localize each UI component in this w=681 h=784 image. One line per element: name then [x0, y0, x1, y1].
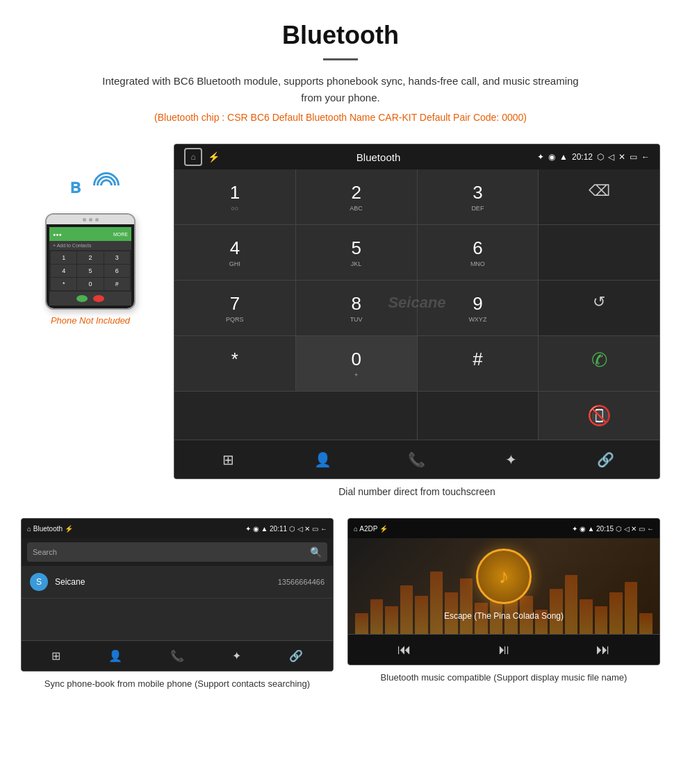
phone-key-6: 6 [104, 265, 130, 277]
contacts-icon[interactable]: 👤 [307, 444, 338, 475]
play-pause-button[interactable]: ⏯ [497, 642, 511, 658]
pb-bt-bottom-icon[interactable]: ✦ [232, 649, 241, 662]
pb-search-placeholder: Search [33, 548, 57, 556]
phone-dot-1 [83, 218, 86, 222]
key-9-main: 9 [425, 293, 532, 315]
pb-status-left: ⌂ Bluetooth ⚡ [27, 525, 73, 533]
key-3-sub: DEF [425, 205, 532, 212]
usb-icon: ⚡ [208, 151, 220, 162]
phone-dot-2 [89, 218, 92, 222]
pb-search-box[interactable]: Search 🔍 [27, 542, 327, 562]
dial-key-hash[interactable]: # [418, 336, 539, 391]
dialpad-icon[interactable]: ⊞ [213, 444, 244, 475]
skip-next-button[interactable]: ⏭ [596, 642, 610, 658]
pb-contact-row[interactable]: S Seicane 13566664466 [22, 566, 333, 599]
pb-search-area: Search 🔍 [22, 538, 333, 566]
pb-empty-space [22, 599, 333, 640]
key-8-main: 8 [303, 293, 410, 315]
dial-key-5[interactable]: 5 JKL [296, 225, 417, 280]
music-status-right: ✦ ◉ ▲ 20:15 ⬡ ◁ ✕ ▭ ← [572, 525, 654, 533]
pb-contact-number: 13566664466 [278, 578, 325, 586]
bluetooth-signal: ʙ [63, 165, 118, 206]
dial-time: 20:12 [572, 152, 593, 162]
music-home-icon: ⌂ [354, 525, 358, 533]
dial-key-9[interactable]: 9 WXYZ [418, 281, 539, 335]
music-win-icon: ▭ [639, 525, 645, 533]
volume-icon: ◁ [608, 152, 614, 162]
dial-key-0[interactable]: 0 + [296, 336, 417, 391]
pb-dialpad-icon[interactable]: ⊞ [51, 649, 60, 662]
music-usb-icon: ⚡ [379, 525, 388, 533]
key-1-main: 1 [181, 182, 288, 203]
dial-screen-container: ⌂ ⚡ Bluetooth ✦ ◉ ▲ 20:12 ⬡ ◁ ✕ ▭ ← [174, 144, 660, 511]
key-4-main: 4 [181, 237, 288, 259]
close-icon: ✕ [618, 152, 625, 162]
music-wifi-icon: ▲ [587, 525, 594, 533]
pb-contact-letter: S [30, 573, 48, 591]
key-2-main: 2 [303, 182, 410, 203]
bt-icon[interactable]: ✦ [496, 444, 527, 475]
music-note-icon: ♪ [499, 565, 509, 588]
dial-key-end-call[interactable]: 📵 [539, 392, 659, 440]
pb-contact-list: S Seicane 13566664466 [22, 566, 333, 599]
key-7-main: 7 [181, 293, 288, 315]
key-5-sub: JKL [303, 260, 410, 267]
back-icon[interactable]: ← [641, 152, 650, 162]
pb-status-bar: ⌂ Bluetooth ⚡ ✦ ◉ ▲ 20:11 ⬡ ◁ ✕ ▭ ← [22, 519, 333, 538]
phone-end-btn [93, 295, 104, 302]
pb-home-icon: ⌂ [27, 525, 31, 533]
phone-keypad: 1 2 3 4 5 6 * 0 # [49, 250, 131, 292]
phone-key-hash: # [104, 278, 130, 290]
dial-key-refresh[interactable]: ↺ [539, 281, 659, 335]
phone-top-bar [47, 215, 134, 224]
phone-icon[interactable]: 📞 [402, 444, 432, 475]
key-6-main: 6 [425, 237, 532, 259]
phone-call-btn [76, 295, 88, 302]
music-album-art: ♪ [476, 549, 532, 604]
key-7-sub: PQRS [181, 316, 288, 323]
music-app-name: A2DP [359, 525, 377, 533]
key-6-sub: MNO [425, 260, 532, 267]
key-3-main: 3 [425, 182, 532, 203]
pb-person-icon[interactable]: 👤 [108, 649, 122, 662]
pb-link-icon[interactable]: 🔗 [289, 649, 303, 662]
dial-key-star[interactable]: * [174, 336, 295, 391]
phone-dot-3 [95, 218, 99, 222]
key-2-sub: ABC [303, 205, 410, 212]
dial-key-8[interactable]: 8 TUV [296, 281, 417, 335]
dial-key-7[interactable]: 7 PQRS [174, 281, 295, 335]
phone-key-4: 4 [51, 265, 76, 277]
phone-key-star: * [51, 278, 76, 290]
dial-key-1[interactable]: 1 ○○ [174, 169, 295, 224]
refresh-icon: ↺ [593, 293, 605, 310]
backspace-icon: ⌫ [589, 182, 610, 199]
music-vol-icon: ◁ [624, 525, 630, 533]
dial-key-2[interactable]: 2 ABC [296, 169, 417, 224]
pb-wifi-icon: ▲ [261, 525, 268, 533]
skip-prev-button[interactable]: ⏮ [397, 642, 411, 658]
dial-key-4[interactable]: 4 GHI [174, 225, 295, 280]
pb-back-icon: ← [320, 525, 327, 533]
link-icon[interactable]: 🔗 [590, 444, 621, 475]
bt-status-icon: ✦ [537, 152, 544, 162]
music-location-icon: ◉ [580, 525, 586, 533]
home-icon[interactable]: ⌂ [184, 148, 202, 166]
window-icon: ▭ [630, 152, 637, 162]
key-0-main: 0 [303, 349, 410, 370]
signal-arc-3 [88, 167, 125, 204]
pb-vol-icon: ◁ [297, 525, 303, 533]
phone-key-0: 0 [77, 278, 103, 290]
music-song-title: Escape (The Pina Colada Song) [444, 611, 564, 621]
dial-key-3[interactable]: 3 DEF [418, 169, 539, 224]
dial-key-backspace[interactable]: ⌫ [539, 169, 659, 224]
phone-screen: ●●● MORE + Add to Contacts 1 2 3 4 5 6 *… [47, 224, 134, 308]
dial-key-call[interactable]: ✆ [539, 336, 659, 391]
pb-phone-icon[interactable]: 📞 [170, 649, 184, 662]
phone-status-bar: ●●● MORE [49, 227, 131, 241]
key-hash-main: # [425, 349, 532, 370]
key-0-sub: + [303, 372, 410, 378]
dial-key-6[interactable]: 6 MNO [418, 225, 539, 280]
phone-device: ●●● MORE + Add to Contacts 1 2 3 4 5 6 *… [45, 213, 136, 310]
music-back-icon: ← [647, 525, 654, 533]
title-divider [323, 58, 358, 60]
